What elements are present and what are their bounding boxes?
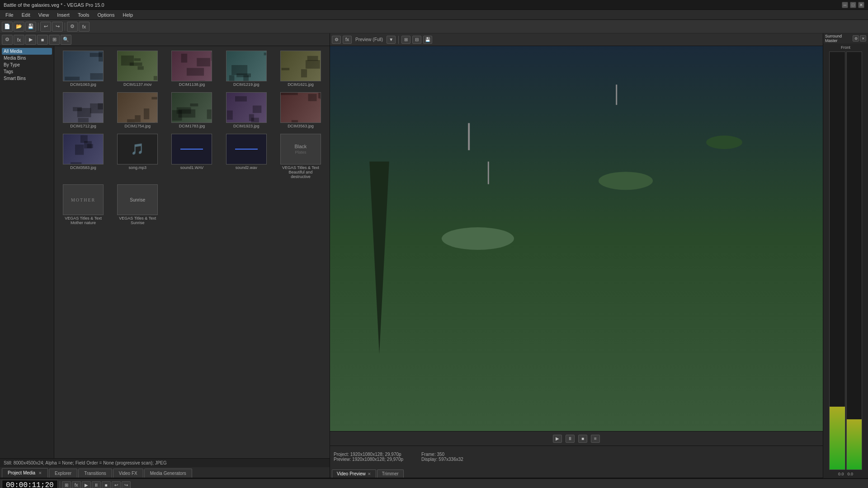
sidebar-item-media-bins[interactable]: Media Bins bbox=[2, 55, 52, 61]
open-button[interactable]: 📂 bbox=[14, 22, 24, 32]
preview-info: Project: 1920x1080x128; 29,970p Preview:… bbox=[330, 446, 823, 467]
preview-play-btn[interactable]: ▶ bbox=[553, 435, 562, 443]
menu-view[interactable]: View bbox=[35, 11, 53, 19]
sidebar-tree: All Media Media Bins By Type Tags Smart … bbox=[0, 46, 54, 458]
tl-btn-7[interactable]: ↪ bbox=[122, 481, 131, 488]
media-stop[interactable]: ■ bbox=[37, 35, 48, 45]
list-item[interactable]: 🎵 song.mp3 bbox=[112, 133, 163, 180]
media-label: DCIM1063.jpg bbox=[70, 82, 96, 87]
list-item[interactable]: DCIM1621.jpg bbox=[275, 50, 326, 88]
media-thumbnail bbox=[63, 92, 104, 123]
list-item[interactable]: DCIM1783.jpg bbox=[166, 91, 217, 129]
media-thumbnail bbox=[280, 92, 321, 123]
settings-button[interactable]: ⚙ bbox=[67, 22, 78, 32]
undo-button[interactable]: ↩ bbox=[40, 22, 51, 32]
list-item[interactable]: DCIM1137.mov bbox=[112, 50, 163, 88]
menu-insert[interactable]: Insert bbox=[53, 11, 73, 19]
preview-dropdown[interactable]: ▼ bbox=[387, 36, 396, 44]
media-label: sound2.wav bbox=[236, 165, 257, 170]
tab-video-preview[interactable]: Video Preview ✕ bbox=[332, 469, 376, 478]
media-label: DCIM1923.jpg bbox=[233, 124, 259, 128]
media-btn-2[interactable]: fx bbox=[14, 35, 24, 45]
list-item[interactable]: DCIM1754.jpg bbox=[112, 91, 163, 129]
list-item[interactable]: DCIM3563.jpg bbox=[275, 91, 326, 129]
maximize-button[interactable]: □ bbox=[850, 2, 856, 8]
list-item[interactable]: DCIM3583.jpg bbox=[58, 133, 108, 180]
tab-project-media[interactable]: Project Media ✕ bbox=[2, 468, 48, 478]
tl-btn-2[interactable]: fx bbox=[72, 481, 81, 488]
tab-bar: Project Media ✕ Explorer Transitions Vid… bbox=[0, 467, 330, 478]
redo-button[interactable]: ↪ bbox=[52, 22, 63, 32]
media-btn-1[interactable]: ⚙ bbox=[2, 35, 13, 45]
preview-btn-2[interactable]: ⊟ bbox=[412, 36, 421, 44]
preview-settings-btn[interactable]: ⚙ bbox=[332, 36, 341, 44]
list-item[interactable]: DCIM1063.jpg bbox=[58, 50, 108, 88]
tl-btn-5[interactable]: ■ bbox=[102, 481, 111, 488]
preview-stop-btn[interactable]: ■ bbox=[578, 435, 587, 443]
title-bar-controls: ─ □ ✕ bbox=[842, 2, 864, 8]
timeline-toolbar: 00:00:11;20 ⊞ fx ▶ ⏸ ■ ↩ ↪ bbox=[0, 479, 868, 488]
preview-sep bbox=[398, 36, 399, 44]
media-btn-4[interactable]: 🔍 bbox=[61, 35, 71, 45]
list-item[interactable]: DCIM1219.jpg bbox=[221, 50, 272, 88]
preview-toolbar: ⚙ fx Preview (Full) ▼ ⊞ ⊟ 💾 bbox=[330, 33, 823, 46]
surround-settings[interactable]: ⚙ bbox=[853, 35, 859, 42]
media-btn-3[interactable]: ⊞ bbox=[49, 35, 60, 45]
preview-save[interactable]: 💾 bbox=[423, 36, 432, 44]
preview-pause-btn[interactable]: ⏸ bbox=[566, 435, 575, 443]
list-item[interactable]: sound1.WAV bbox=[166, 133, 217, 180]
media-thumbnail bbox=[171, 51, 212, 81]
save-button[interactable]: 💾 bbox=[25, 22, 36, 32]
menu-tools[interactable]: Tools bbox=[74, 11, 93, 19]
video-preview-close[interactable]: ✕ bbox=[368, 472, 371, 476]
tab-trimmer[interactable]: Trimmer bbox=[377, 469, 404, 478]
close-button[interactable]: ✕ bbox=[858, 2, 864, 8]
tl-btn-4[interactable]: ⏸ bbox=[92, 481, 101, 488]
media-thumbnail bbox=[226, 51, 267, 81]
preview-canvas bbox=[330, 46, 823, 431]
media-thumbnail: Sunrise bbox=[117, 184, 158, 215]
tab-close-icon[interactable]: ✕ bbox=[38, 471, 42, 475]
main-layout: ⚙ fx ▶ ■ ⊞ 🔍 All Media Media Bins By Typ… bbox=[0, 33, 868, 478]
list-item[interactable]: DCIM1712.jpg bbox=[58, 91, 108, 129]
media-play[interactable]: ▶ bbox=[25, 35, 36, 45]
tab-video-fx[interactable]: Video FX bbox=[113, 469, 143, 478]
preview-btn-1[interactable]: ⊞ bbox=[401, 36, 410, 44]
fx-button[interactable]: fx bbox=[79, 22, 90, 32]
menu-help[interactable]: Help bbox=[119, 11, 137, 19]
media-label: DCIM1137.mov bbox=[123, 82, 152, 87]
preview-area bbox=[330, 46, 823, 431]
menu-options[interactable]: Options bbox=[94, 11, 118, 19]
list-item[interactable]: sound2.wav bbox=[221, 133, 272, 180]
list-item[interactable]: Black Plates VEGAS Titles & TextBeautifu… bbox=[275, 133, 326, 180]
sidebar-item-by-type[interactable]: By Type bbox=[2, 61, 52, 68]
menu-edit[interactable]: Edit bbox=[18, 11, 34, 19]
media-label: song.mp3 bbox=[129, 165, 147, 170]
tab-explorer[interactable]: Explorer bbox=[49, 469, 77, 478]
tl-btn-1[interactable]: ⊞ bbox=[62, 481, 71, 488]
new-button[interactable]: 📄 bbox=[2, 22, 13, 32]
media-label-title-3: VEGAS Titles & TextSunrise bbox=[119, 216, 156, 225]
media-thumbnail bbox=[63, 134, 104, 164]
media-status-bar: Still: 8000x4500x24; Alpha = None; Field… bbox=[0, 458, 330, 467]
preview-fx-btn[interactable]: fx bbox=[343, 36, 352, 44]
media-thumbnail bbox=[280, 51, 321, 81]
surround-close[interactable]: ✕ bbox=[860, 35, 866, 42]
tl-btn-6[interactable]: ↩ bbox=[112, 481, 121, 488]
list-item[interactable]: Sunrise VEGAS Titles & TextSunrise bbox=[112, 183, 163, 226]
tab-transitions[interactable]: Transitions bbox=[78, 469, 112, 478]
menu-file[interactable]: File bbox=[2, 11, 17, 19]
minimize-button[interactable]: ─ bbox=[842, 2, 848, 8]
media-label: DCIM1783.jpg bbox=[179, 124, 205, 128]
list-item[interactable]: DCIM1923.jpg bbox=[221, 91, 272, 129]
list-item[interactable]: DCIM1138.jpg bbox=[166, 50, 217, 88]
tl-btn-3[interactable]: ▶ bbox=[82, 481, 91, 488]
menu-bar: File Edit View Insert Tools Options Help bbox=[0, 10, 868, 20]
tab-media-generators[interactable]: Media Generators bbox=[144, 469, 192, 478]
surround-master-header: Surround Master ⚙ ✕ bbox=[823, 33, 868, 43]
sidebar-item-smart-bins[interactable]: Smart Bins bbox=[2, 75, 52, 82]
sidebar-item-tags[interactable]: Tags bbox=[2, 68, 52, 75]
list-item[interactable]: MOTHER VEGAS Titles & TextMother nature bbox=[58, 183, 108, 226]
sidebar-item-all-media[interactable]: All Media bbox=[2, 48, 52, 55]
preview-loop-btn[interactable]: ≡ bbox=[591, 435, 600, 443]
